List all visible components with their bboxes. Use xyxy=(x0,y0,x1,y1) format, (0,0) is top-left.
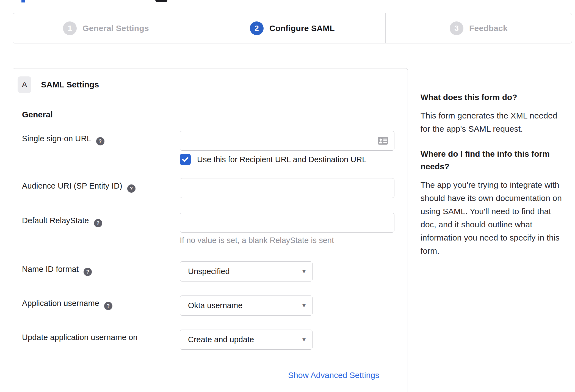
relaystate-hint: If no value is set, a blank RelayState i… xyxy=(180,236,394,245)
help-icon[interactable]: ? xyxy=(96,137,104,145)
help-section-what: What does this form do? This form genera… xyxy=(421,91,562,136)
field-row-application-username: Application username? Okta username ▾ xyxy=(22,296,394,316)
select-value: Okta username xyxy=(188,301,242,310)
step-label: Configure SAML xyxy=(269,24,335,33)
audience-uri-input[interactable] xyxy=(180,178,394,198)
default-relaystate-input[interactable] xyxy=(180,213,394,233)
step-label: General Settings xyxy=(82,24,149,33)
step-label: Feedback xyxy=(469,24,508,33)
step-configure-saml[interactable]: 2 Configure SAML xyxy=(199,13,385,43)
help-icon[interactable]: ? xyxy=(127,184,136,193)
field-row-name-id-format: Name ID format? Unspecified ▾ xyxy=(22,261,394,281)
field-row-update-application-username: Update application username on Create an… xyxy=(22,330,394,350)
single-sign-on-url-input[interactable] xyxy=(180,131,394,151)
help-heading: What does this form do? xyxy=(421,91,562,104)
field-label: Application username? xyxy=(22,296,180,310)
help-icon[interactable]: ? xyxy=(84,268,92,276)
chevron-down-icon: ▾ xyxy=(302,336,306,343)
update-application-username-select[interactable]: Create and update ▾ xyxy=(180,330,313,350)
section-a-badge: A xyxy=(18,76,31,93)
step-number-badge: 2 xyxy=(250,21,264,35)
chevron-down-icon: ▾ xyxy=(302,302,306,309)
application-username-select[interactable]: Okta username ▾ xyxy=(180,296,313,316)
help-icon[interactable]: ? xyxy=(94,219,102,227)
step-general-settings[interactable]: 1 General Settings xyxy=(13,13,199,43)
help-body: This form generates the XML needed for t… xyxy=(421,109,562,136)
wizard-stepper: 1 General Settings 2 Configure SAML 3 Fe… xyxy=(13,13,572,43)
chevron-down-icon: ▾ xyxy=(302,267,306,275)
help-heading: Where do I find the info this form needs… xyxy=(421,148,562,173)
saml-form: Single sign-on URL? xyxy=(22,131,394,380)
section-title: SAML Settings xyxy=(41,80,99,89)
step-number-badge: 1 xyxy=(63,21,77,35)
help-section-where: Where do I find the info this form needs… xyxy=(421,148,562,258)
checkbox-label: Use this for Recipient URL and Destinati… xyxy=(197,155,366,164)
recipient-destination-checkbox[interactable] xyxy=(180,154,191,165)
field-label: Name ID format? xyxy=(22,261,180,276)
select-value: Create and update xyxy=(188,335,254,344)
field-row-audience-uri: Audience URI (SP Entity ID)? xyxy=(22,178,394,198)
field-row-single-sign-on-url: Single sign-on URL? xyxy=(22,131,394,165)
clipped-header-blue-artifact xyxy=(21,0,25,2)
step-feedback[interactable]: 3 Feedback xyxy=(385,13,572,43)
field-label: Single sign-on URL? xyxy=(22,131,180,145)
name-id-format-select[interactable]: Unspecified ▾ xyxy=(180,261,313,281)
show-advanced-settings-link[interactable]: Show Advanced Settings xyxy=(288,371,379,380)
select-value: Unspecified xyxy=(188,267,230,276)
field-row-default-relaystate: Default RelayState? If no value is set, … xyxy=(22,213,394,245)
clipped-header-dark-artifact xyxy=(155,0,167,2)
help-icon[interactable]: ? xyxy=(104,302,112,310)
help-sidebar: What does this form do? This form genera… xyxy=(421,91,562,258)
field-label: Audience URI (SP Entity ID)? xyxy=(22,178,180,193)
saml-settings-panel: A SAML Settings General Single sign-on U… xyxy=(13,68,408,392)
step-number-badge: 3 xyxy=(450,21,463,35)
help-body: The app you're trying to integrate with … xyxy=(421,178,562,258)
field-label: Update application username on xyxy=(22,330,180,342)
field-label: Default RelayState? xyxy=(22,213,180,227)
general-group-heading: General xyxy=(22,110,408,119)
section-header: A SAML Settings xyxy=(18,76,408,93)
contact-card-autofill-icon[interactable] xyxy=(377,136,388,145)
